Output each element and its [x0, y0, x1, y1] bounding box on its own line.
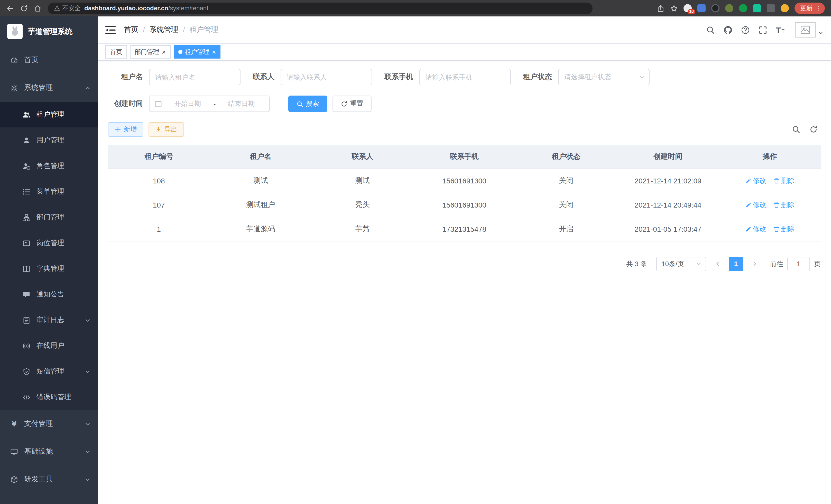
sidebar-item-pay[interactable]: ¥支付管理 [0, 410, 98, 438]
sidebar-item-label: 短信管理 [36, 367, 64, 376]
phone-label: 联系手机 [384, 72, 413, 82]
sidebar-item-sms[interactable]: 短信管理 [0, 359, 98, 384]
sidebar-item-menu[interactable]: 菜单管理 [0, 179, 98, 205]
edit-button[interactable]: 修改 [745, 200, 766, 209]
add-button[interactable]: 新增 [108, 122, 143, 137]
search-icon[interactable] [706, 25, 715, 34]
sidebar-item-user[interactable]: 用户管理 [0, 127, 98, 153]
code-icon [23, 393, 30, 401]
address-bar[interactable]: 不安全 dashboard.yudao.iocoder.cn/system/te… [48, 2, 593, 14]
table-row: 107测试租户秃头15601691300关闭2021-12-14 20:49:4… [108, 192, 821, 217]
extension-icon-7[interactable] [767, 4, 775, 12]
browser-actions: 10 更新 [657, 3, 825, 14]
date-start-input[interactable]: 开始日期 [165, 99, 210, 109]
app-logo[interactable]: 芋道管理系统 [0, 17, 98, 46]
tab[interactable]: 首页 [105, 45, 127, 59]
post-icon [23, 239, 30, 247]
browser-reload-icon[interactable] [20, 4, 28, 12]
dashboard-icon [10, 56, 18, 64]
extension-icon-5[interactable] [739, 4, 747, 12]
github-icon[interactable] [724, 25, 732, 34]
extension-icon-2[interactable] [697, 4, 706, 12]
edit-icon [745, 178, 751, 184]
extension-icon-6[interactable] [753, 4, 761, 12]
breadcrumb-item[interactable]: 首页 [124, 25, 138, 34]
bookmark-star-icon[interactable] [670, 4, 678, 12]
page-number-button[interactable]: 1 [729, 257, 743, 271]
sidebar: 芋道管理系统 首页系统管理租户管理用户管理角色管理菜单管理部门管理岗位管理字典管… [0, 17, 98, 504]
browser-back-icon[interactable] [6, 4, 14, 12]
sidebar-item-dict[interactable]: 字典管理 [0, 256, 98, 281]
sidebar-collapse-icon[interactable] [105, 25, 116, 34]
toggle-search-icon[interactable] [792, 125, 800, 134]
table-cell: 关闭 [515, 169, 617, 192]
delete-button[interactable]: 删除 [773, 224, 795, 234]
sidebar-item-gear[interactable]: 系统管理 [0, 74, 98, 102]
extension-icon-4[interactable] [725, 4, 733, 12]
tab-label: 租户管理 [185, 48, 209, 56]
sidebar-item-infra[interactable]: 基础设施 [0, 438, 98, 466]
breadcrumb-item[interactable]: 系统管理 [149, 25, 178, 34]
next-page-button[interactable] [748, 257, 761, 271]
refresh-table-icon[interactable] [809, 125, 818, 134]
prev-page-button[interactable] [711, 257, 724, 271]
tab[interactable]: 部门管理× [130, 45, 170, 59]
chevron-down-icon [85, 476, 90, 482]
sidebar-item-dashboard[interactable]: 首页 [0, 46, 98, 74]
fullscreen-icon[interactable] [758, 25, 767, 34]
download-icon [155, 126, 162, 133]
export-button[interactable]: 导出 [148, 122, 184, 137]
tenant-name-input[interactable] [149, 69, 240, 85]
sidebar-item-tenant[interactable]: 租户管理 [0, 102, 98, 127]
browser-update-button[interactable]: 更新 [795, 3, 825, 14]
column-header: 操作 [719, 145, 821, 169]
sidebar-item-label: 在线用户 [36, 341, 64, 350]
table-cell: 测试 [312, 169, 413, 192]
table-cell: 芋艿 [312, 217, 413, 241]
edit-button[interactable]: 修改 [745, 224, 766, 234]
status-select[interactable]: 请选择租户状态 [558, 69, 650, 85]
delete-button[interactable]: 删除 [773, 200, 795, 209]
date-end-input[interactable]: 结束日期 [219, 99, 264, 109]
reset-button[interactable]: 重置 [333, 95, 372, 112]
extension-icon-3[interactable] [711, 4, 719, 12]
help-icon[interactable] [741, 25, 750, 34]
tab[interactable]: 租户管理× [173, 45, 221, 59]
kebab-menu-icon[interactable] [815, 5, 821, 11]
goto-page-input[interactable] [787, 257, 810, 271]
phone-input[interactable] [419, 69, 511, 85]
contact-label: 联系人 [253, 72, 275, 82]
browser-home-icon[interactable] [34, 4, 41, 12]
security-status[interactable]: 不安全 [54, 4, 81, 12]
search-button[interactable]: 搜索 [288, 95, 327, 112]
broken-image-icon [800, 25, 810, 34]
date-range-picker[interactable]: 开始日期 - 结束日期 [149, 95, 270, 112]
sidebar-item-label: 支付管理 [24, 419, 53, 428]
calendar-icon [155, 100, 162, 108]
sidebar-item-code[interactable]: 错误码管理 [0, 384, 98, 410]
contact-input[interactable] [281, 69, 372, 85]
sidebar-item-post[interactable]: 岗位管理 [0, 230, 98, 256]
sidebar-item-notice[interactable]: 通知公告 [0, 281, 98, 307]
page-size-select[interactable]: 10条/页 [656, 257, 706, 271]
tab-close-icon[interactable]: × [162, 49, 166, 55]
sidebar-menu: 首页系统管理租户管理用户管理角色管理菜单管理部门管理岗位管理字典管理通知公告审计… [0, 46, 98, 493]
share-icon[interactable] [657, 4, 664, 12]
table-cell: 芋道源码 [210, 217, 311, 241]
font-size-icon[interactable]: TT [776, 25, 786, 34]
sidebar-item-tool[interactable]: 研发工具 [0, 466, 98, 493]
sidebar-item-online[interactable]: 在线用户 [0, 333, 98, 359]
tool-icon [10, 475, 18, 483]
sidebar-item-log[interactable]: 审计日志 [0, 307, 98, 333]
extension-icon-8[interactable] [781, 4, 789, 12]
tab-close-icon[interactable]: × [212, 49, 216, 55]
sidebar-item-dept[interactable]: 部门管理 [0, 205, 98, 230]
user-menu[interactable] [795, 22, 823, 37]
table-cell: 17321315478 [413, 217, 515, 241]
svg-text:T: T [781, 28, 784, 33]
extension-icon-1[interactable]: 10 [684, 4, 692, 12]
edit-button[interactable]: 修改 [745, 176, 766, 185]
sidebar-item-role[interactable]: 角色管理 [0, 153, 98, 179]
delete-button[interactable]: 删除 [773, 176, 795, 185]
sidebar-item-label: 租户管理 [36, 110, 64, 119]
